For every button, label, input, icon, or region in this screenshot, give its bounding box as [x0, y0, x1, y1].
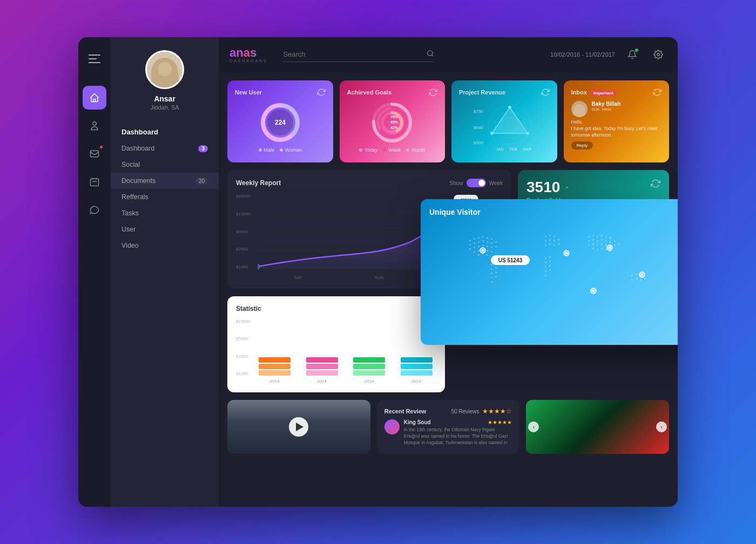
svg-point-133	[482, 249, 484, 252]
svg-rect-74	[495, 267, 497, 269]
svg-text:FEB: FEB	[510, 147, 517, 151]
inbox-card: Inbox Important Baky Billah Sub: Hello	[564, 80, 670, 162]
mail-badge	[99, 145, 103, 149]
video-thumbnail[interactable]	[227, 400, 370, 454]
svg-rect-67	[491, 251, 492, 253]
search-input[interactable]	[283, 47, 434, 62]
svg-rect-68	[478, 254, 480, 256]
trend-up-icon	[563, 183, 571, 191]
svg-rect-117	[605, 244, 607, 246]
svg-rect-75	[491, 273, 492, 274]
svg-rect-61	[491, 247, 492, 248]
svg-rect-98	[549, 269, 551, 271]
svg-rect-58	[478, 246, 480, 247]
svg-rect-121	[592, 248, 594, 249]
svg-rect-78	[495, 276, 497, 277]
hamburger-button[interactable]	[82, 48, 107, 70]
unique-visitor-card: Unique Visitor	[421, 199, 678, 345]
topbar: anas dashboard 10/02/2016 - 11/02/2017	[219, 37, 678, 72]
nav-item-refferals[interactable]: Refferals	[111, 189, 219, 205]
cards-area: New User 224	[219, 72, 678, 507]
search-icon[interactable]	[427, 50, 434, 59]
svg-rect-107	[592, 239, 594, 241]
nav-item-user[interactable]: User	[111, 221, 219, 237]
inbox-message: Hello,I have got idea. Today I'm busy. L…	[571, 119, 662, 139]
svg-rect-79	[491, 281, 492, 283]
toggle-pill[interactable]	[467, 179, 486, 187]
svg-rect-63	[474, 251, 475, 253]
review-item: King Soud ★★★★★ In the 19th century, the…	[384, 419, 512, 446]
nav-item-documents[interactable]: Documents 20	[111, 173, 219, 189]
nav-item-checklist[interactable]: Dashboard 3	[111, 140, 219, 157]
svg-rect-110	[605, 240, 607, 242]
svg-rect-77	[491, 277, 492, 278]
svg-rect-115	[597, 244, 598, 246]
svg-text:US 51243: US 51243	[498, 257, 523, 263]
svg-rect-106	[588, 240, 590, 242]
nav-icon-chat[interactable]	[83, 198, 106, 222]
goals-legend: Today Week Month	[347, 147, 438, 153]
svg-rect-94	[549, 261, 551, 262]
notification-button[interactable]	[624, 46, 641, 63]
user-panel: Ansar Jiddah, SA Dashboard Dashboard 3 S…	[111, 37, 219, 507]
svg-rect-111	[610, 241, 611, 243]
svg-point-26	[508, 106, 511, 109]
svg-point-137	[641, 274, 644, 276]
contact-avatar	[571, 101, 588, 117]
svg-rect-116	[601, 243, 603, 245]
settings-button[interactable]	[650, 46, 667, 63]
nav-icon-mail[interactable]	[83, 142, 106, 166]
svg-point-0	[428, 51, 433, 56]
notification-dot	[634, 48, 639, 52]
svg-rect-104	[605, 236, 607, 237]
user-name: Ansar	[154, 94, 176, 103]
refresh-revenue-icon[interactable]	[541, 88, 550, 97]
review-card: Recent Review 50 Reviews ★★★★☆ King Soud…	[377, 400, 520, 454]
nav-item-video[interactable]: Video	[111, 237, 219, 254]
statistic-card: Statistic $15000 $5000 $2500 $1000	[227, 296, 445, 392]
new-user-legend: Male Woman	[235, 147, 326, 153]
reply-button[interactable]: Reply	[571, 141, 593, 149]
svg-rect-100	[588, 236, 590, 237]
avatar	[145, 50, 184, 89]
main-content: anas dashboard 10/02/2016 - 11/02/2017	[219, 37, 678, 507]
nav-icon-dashboard[interactable]	[83, 86, 106, 110]
svg-point-27	[526, 132, 529, 135]
svg-rect-56	[469, 248, 471, 250]
svg-text:$750: $750	[474, 109, 483, 114]
svg-rect-112	[614, 240, 616, 242]
documents-badge: 20	[195, 178, 208, 185]
svg-rect-45	[478, 237, 480, 239]
svg-rect-130	[636, 278, 637, 280]
nav-item-social[interactable]: Social	[111, 157, 219, 173]
svg-rect-49	[469, 244, 471, 246]
svg-rect-97	[545, 270, 546, 272]
svg-rect-54	[491, 242, 492, 244]
svg-rect-90	[558, 243, 559, 245]
svg-rect-64	[478, 250, 480, 251]
svg-rect-103	[601, 235, 603, 236]
nav-icon-calendar[interactable]	[83, 170, 106, 194]
svg-text:$500: $500	[474, 140, 483, 145]
scene-next-button[interactable]: ›	[656, 421, 667, 432]
svg-rect-47	[487, 237, 488, 239]
svg-rect-91	[545, 257, 546, 259]
svg-rect-102	[597, 236, 598, 237]
refresh-inbox-icon[interactable]	[653, 88, 662, 97]
svg-rect-60	[487, 246, 488, 247]
refresh-product-icon[interactable]	[651, 179, 660, 188]
hamburger-icon	[89, 55, 100, 63]
nav-item-tasks[interactable]: Tasks	[111, 205, 219, 221]
nav-icon-user[interactable]	[83, 114, 106, 138]
svg-rect-132	[644, 278, 646, 280]
top-stats-row: New User 224	[227, 80, 669, 162]
svg-rect-43	[469, 240, 471, 241]
svg-rect-80	[545, 236, 546, 237]
svg-rect-123	[601, 248, 603, 249]
refresh-icon[interactable]	[317, 88, 326, 97]
scene-prev-button[interactable]: ‹	[528, 421, 539, 432]
svg-rect-57	[474, 247, 475, 248]
revenue-chart: $750 $640 $500 JAN FEB MAR	[459, 101, 550, 155]
refresh-goals-icon[interactable]	[429, 88, 437, 97]
svg-rect-120	[618, 243, 620, 245]
